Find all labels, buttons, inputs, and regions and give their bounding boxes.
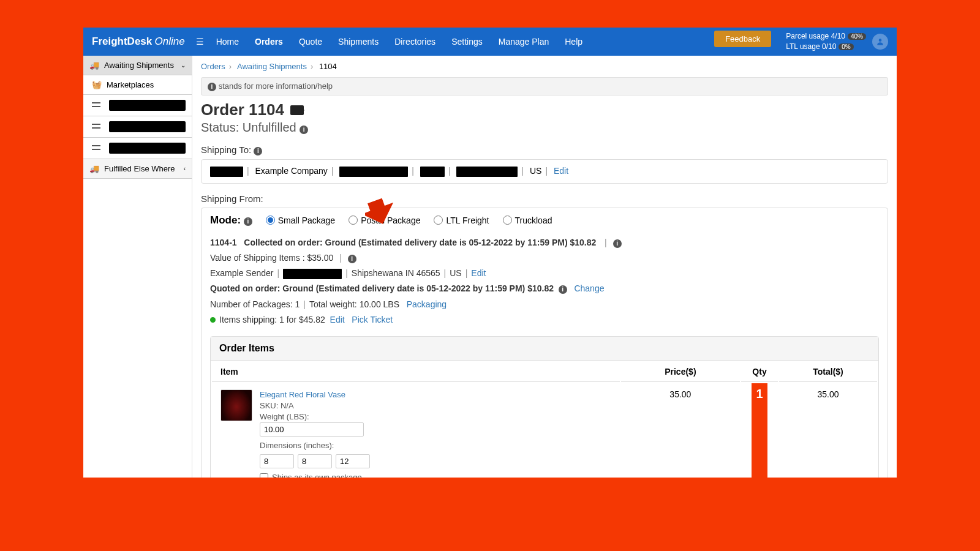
info-icon[interactable]: i (613, 239, 622, 248)
item-price: 35.00 (621, 383, 740, 478)
item-sku: SKU: N/A (260, 400, 370, 411)
info-icon: i (208, 83, 216, 91)
sidebar-item-1[interactable] (83, 95, 192, 116)
item-thumbnail (221, 389, 252, 421)
list-icon (92, 102, 100, 108)
shipping-to-label: Shipping To: i (201, 144, 888, 156)
page-title: Order 1104 (201, 100, 888, 119)
video-icon[interactable] (290, 105, 304, 115)
change-quote[interactable]: Change (574, 283, 604, 293)
usage-display: Parcel usage 4/1040% LTL usage 0/100% (786, 31, 866, 52)
info-icon[interactable]: i (348, 255, 356, 263)
nav-home[interactable]: Home (216, 37, 239, 47)
nav-quote[interactable]: Quote (299, 37, 322, 47)
list-icon (92, 124, 100, 130)
item-total: 35.00 (779, 383, 877, 478)
truck-icon: 🚚 (89, 61, 99, 70)
mode-ltl-freight[interactable]: LTL Freight (434, 216, 489, 225)
pick-ticket-link[interactable]: Pick Ticket (352, 315, 393, 324)
order-status: Status: Unfulfilled i (201, 121, 888, 135)
dim-height-input[interactable] (336, 454, 370, 468)
nav-manage-plan[interactable]: Manage Plan (499, 37, 549, 47)
dim-width-input[interactable] (298, 454, 332, 468)
svg-point-0 (879, 39, 882, 42)
nav-shipments[interactable]: Shipments (338, 37, 379, 47)
weight-input[interactable] (260, 422, 364, 437)
logo: FreightDesk Online (92, 36, 185, 48)
info-icon[interactable]: i (300, 126, 308, 134)
mode-label: Mode: i (210, 214, 252, 227)
list-icon (92, 145, 100, 151)
nav-help[interactable]: Help (565, 37, 582, 47)
sidebar-marketplaces[interactable]: 🧺 Marketplaces (83, 75, 192, 95)
user-avatar[interactable] (872, 34, 888, 50)
basket-icon: 🧺 (92, 80, 102, 89)
shipping-to-panel: | Example Company| | | | US| Edit (201, 159, 888, 184)
item-name-link[interactable]: Elegant Red Floral Vase (260, 389, 370, 400)
info-icon[interactable]: i (254, 147, 262, 156)
mode-postal-package[interactable]: Postal Package (349, 216, 420, 225)
crumb-current: 1104 (319, 62, 337, 71)
edit-sender[interactable]: Edit (471, 268, 486, 278)
dim-length-input[interactable] (260, 454, 294, 468)
order-items-title: Order Items (211, 337, 878, 361)
packaging-link[interactable]: Packaging (407, 299, 447, 309)
col-item: Item (212, 362, 620, 382)
edit-items[interactable]: Edit (330, 315, 345, 324)
item-dimensions-label: Dimensions (inches): (260, 440, 370, 451)
sidebar-fulfilled-elsewhere[interactable]: 🚚 Fulfilled Else Where‹ (83, 159, 192, 179)
col-price: Price($) (621, 362, 740, 382)
chevron-down-icon: ⌄ (181, 62, 186, 69)
info-icon[interactable]: i (244, 217, 252, 226)
crumb-orders[interactable]: Orders (201, 62, 225, 71)
chevron-right-icon: ‹ (184, 165, 186, 172)
ships-own-checkbox[interactable]: Ships as its own package (260, 472, 370, 478)
col-qty: Qty (741, 362, 778, 382)
mode-small-package[interactable]: Small Package (266, 216, 335, 225)
shipping-from-panel: Mode: i Small Package Postal Package LTL… (201, 208, 888, 478)
mode-truckload[interactable]: Truckload (503, 216, 552, 225)
sidebar-item-2[interactable] (83, 116, 192, 138)
info-banner: i stands for more information/help (201, 77, 888, 96)
order-items-panel: Order Items Item Price($) Qty Total($) E… (210, 336, 879, 478)
breadcrumb: Orders› Awaiting Shipments› 1104 (192, 56, 897, 77)
table-row: Elegant Red Floral Vase SKU: N/A Weight … (212, 383, 877, 478)
col-total: Total($) (779, 362, 877, 382)
sidebar-awaiting-shipments[interactable]: 🚚 Awaiting Shipments⌄ (83, 56, 192, 75)
status-dot-icon (210, 317, 216, 323)
nav-orders[interactable]: Orders (255, 37, 283, 47)
edit-shipping-to[interactable]: Edit (554, 166, 568, 176)
main-nav: Home Orders Quote Shipments Directories … (216, 37, 582, 47)
feedback-button[interactable]: Feedback (714, 31, 771, 47)
crumb-awaiting[interactable]: Awaiting Shipments (237, 62, 307, 71)
truck-icon: 🚚 (89, 164, 99, 173)
sidebar: 🚚 Awaiting Shipments⌄ 🧺 Marketplaces 🚚 F… (83, 56, 192, 478)
main-content: Orders› Awaiting Shipments› 1104 i stand… (192, 56, 897, 478)
shipping-from-label: Shipping From: (201, 193, 888, 204)
topbar: FreightDesk Online ☰ Home Orders Quote S… (83, 28, 897, 56)
nav-settings[interactable]: Settings (451, 37, 483, 47)
info-icon[interactable]: i (559, 285, 567, 294)
item-weight-label: Weight (LBS): (260, 411, 370, 422)
nav-directories[interactable]: Directories (394, 37, 435, 47)
menu-toggle[interactable]: ☰ (196, 37, 204, 47)
sidebar-item-3[interactable] (83, 138, 192, 159)
item-qty: 1 (741, 383, 778, 401)
